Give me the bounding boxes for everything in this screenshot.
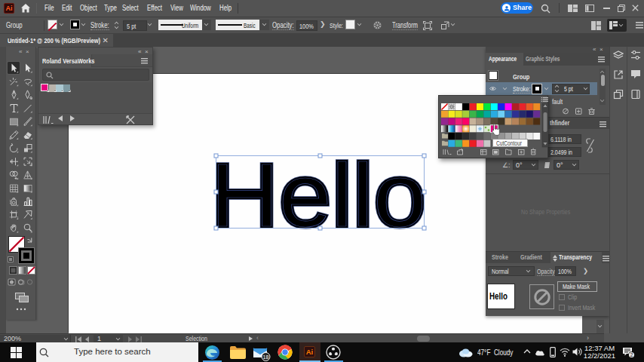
svg-text:18: 18	[263, 354, 269, 360]
svg-text:2: 2	[630, 352, 633, 357]
